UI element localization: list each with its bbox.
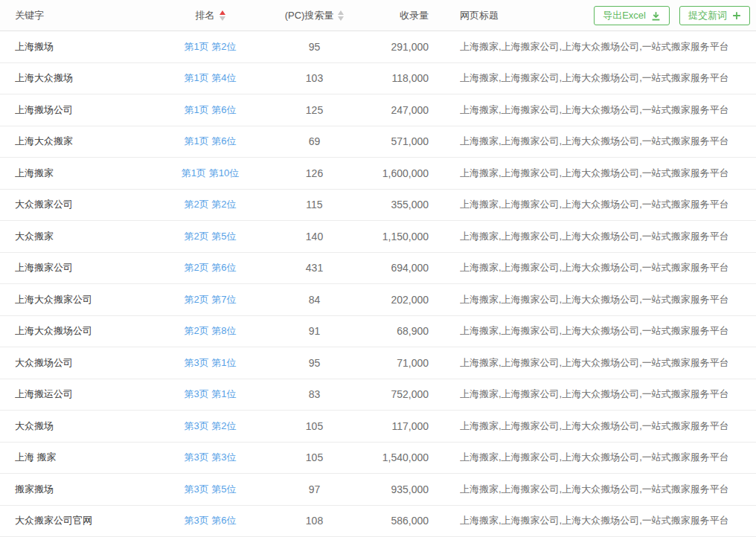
table-body: 上海搬场 第1页 第2位 95 291,000 上海搬家,上海搬家公司,上海大众… [0, 31, 756, 537]
rank-link[interactable]: 第3页 第5位 [184, 483, 236, 496]
search-volume-value: 125 [272, 104, 357, 116]
keyword-text: 上海搬家 [15, 167, 54, 180]
indexed-cell: 355,000 [357, 190, 446, 221]
page-title-text: 上海搬家,上海搬家公司,上海大众搬场公司,一站式搬家服务平台 [460, 261, 729, 274]
search-volume-value: 431 [272, 262, 357, 274]
sort-desc-icon[interactable] [338, 16, 344, 21]
column-header-page-title-label: 网页标题 [460, 9, 499, 22]
search-volume-value: 115 [272, 199, 357, 210]
table-row: 上海搬运公司 第3页 第1位 83 752,000 上海搬家,上海搬家公司,上海… [0, 379, 756, 411]
table-row: 大众搬家公司官网 第3页 第6位 108 586,000 上海搬家,上海搬家公司… [0, 506, 756, 537]
page-title-text: 上海搬家,上海搬家公司,上海大众搬场公司,一站式搬家服务平台 [460, 40, 729, 54]
indexed-value: 1,600,000 [357, 167, 429, 179]
keyword-text: 大众搬场 [15, 419, 54, 433]
table-row: 上海搬家 第1页 第10位 126 1,600,000 上海搬家,上海搬家公司,… [0, 158, 756, 190]
keyword-cell: 大众搬家公司 [0, 190, 149, 221]
rank-cell: 第2页 第6位 [149, 253, 272, 284]
rank-link[interactable]: 第1页 第4位 [184, 71, 236, 85]
keyword-text: 上海搬场公司 [15, 103, 73, 117]
indexed-cell: 71,000 [357, 347, 446, 379]
keyword-text: 上海大众搬家公司 [15, 293, 92, 306]
page-title-cell: 上海搬家,上海搬家公司,上海大众搬场公司,一站式搬家服务平台 [446, 158, 756, 189]
search-volume-value: 84 [272, 294, 357, 306]
table-row: 搬家搬场 第3页 第5位 97 935,000 上海搬家,上海搬家公司,上海大众… [0, 474, 756, 506]
rank-link[interactable]: 第3页 第1位 [184, 356, 236, 370]
rank-link[interactable]: 第2页 第6位 [184, 261, 236, 274]
keyword-cell: 上海搬家 [0, 158, 149, 189]
search-volume-cell: 83 [272, 379, 357, 411]
page-title-text: 上海搬家,上海搬家公司,上海大众搬场公司,一站式搬家服务平台 [460, 388, 729, 401]
rank-link[interactable]: 第2页 第5位 [184, 230, 236, 243]
indexed-value: 1,540,000 [357, 451, 429, 463]
rank-cell: 第1页 第4位 [149, 63, 272, 94]
table-header-row: 关键字 排名 (PC)搜索量 收录量 网页标题 导出Excel [0, 0, 756, 31]
rank-link[interactable]: 第1页 第10位 [182, 167, 239, 180]
rank-link[interactable]: 第1页 第6位 [184, 135, 236, 148]
rank-link[interactable]: 第1页 第2位 [184, 40, 236, 54]
rank-cell: 第2页 第8位 [149, 316, 272, 347]
search-volume-cell: 431 [272, 253, 357, 284]
keyword-cell: 上海 搬家 [0, 443, 149, 474]
rank-link[interactable]: 第1页 第6位 [184, 103, 236, 117]
search-volume-cell: 103 [272, 63, 357, 94]
rank-link[interactable]: 第2页 第2位 [184, 198, 236, 211]
table-row: 大众搬家 第2页 第5位 140 1,150,000 上海搬家,上海搬家公司,上… [0, 221, 756, 253]
rank-cell: 第1页 第10位 [149, 158, 272, 189]
rank-cell: 第2页 第2位 [149, 190, 272, 221]
keyword-text: 上海搬运公司 [15, 388, 73, 401]
column-header-indexed-label: 收录量 [400, 9, 429, 22]
keyword-cell: 上海搬家公司 [0, 253, 149, 284]
sort-asc-icon[interactable] [338, 10, 344, 15]
indexed-cell: 752,000 [357, 379, 446, 411]
keyword-text: 大众搬场公司 [15, 356, 73, 370]
page-title-text: 上海搬家,上海搬家公司,上海大众搬场公司,一站式搬家服务平台 [460, 356, 729, 370]
rank-link[interactable]: 第3页 第6位 [184, 514, 236, 527]
rank-link[interactable]: 第3页 第1位 [184, 388, 236, 401]
keyword-text: 上海搬场 [15, 40, 54, 54]
sort-desc-icon[interactable] [220, 16, 225, 21]
table-row: 上海大众搬家 第1页 第6位 69 571,000 上海搬家,上海搬家公司,上海… [0, 126, 756, 158]
search-volume-cell: 91 [272, 316, 357, 347]
column-header-rank[interactable]: 排名 [149, 9, 272, 22]
sort-asc-icon[interactable] [220, 10, 225, 15]
search-volume-value: 69 [272, 135, 357, 147]
keyword-cell: 大众搬场 [0, 411, 149, 442]
rank-link[interactable]: 第3页 第3位 [184, 451, 236, 464]
keyword-text: 上海搬家公司 [15, 261, 73, 274]
keyword-text: 上海大众搬场公司 [15, 324, 92, 338]
rank-link[interactable]: 第2页 第7位 [184, 293, 236, 306]
page-title-text: 上海搬家,上海搬家公司,上海大众搬场公司,一站式搬家服务平台 [460, 103, 729, 117]
search-volume-value: 95 [272, 41, 357, 53]
rank-link[interactable]: 第2页 第8位 [184, 324, 236, 338]
indexed-value: 355,000 [357, 199, 429, 210]
page-title-text: 上海搬家,上海搬家公司,上海大众搬场公司,一站式搬家服务平台 [460, 167, 729, 180]
column-header-search-volume[interactable]: (PC)搜索量 [272, 9, 357, 22]
table-row: 上海搬家公司 第2页 第6位 431 694,000 上海搬家,上海搬家公司,上… [0, 253, 756, 285]
page-title-text: 上海搬家,上海搬家公司,上海大众搬场公司,一站式搬家服务平台 [460, 324, 729, 338]
rank-cell: 第3页 第3位 [149, 443, 272, 474]
export-excel-button[interactable]: 导出Excel [594, 6, 670, 25]
keyword-cell: 上海搬场公司 [0, 94, 149, 126]
indexed-value: 935,000 [357, 483, 429, 495]
table-row: 上海 搬家 第3页 第3位 105 1,540,000 上海搬家,上海搬家公司,… [0, 443, 756, 475]
submit-new-words-button[interactable]: 提交新词 [679, 6, 750, 25]
rank-cell: 第1页 第2位 [149, 31, 272, 62]
search-volume-cell: 95 [272, 347, 357, 379]
indexed-value: 694,000 [357, 262, 429, 274]
keyword-cell: 上海大众搬场 [0, 63, 149, 94]
column-header-search-volume-label: (PC)搜索量 [285, 9, 334, 22]
page-title-text: 上海搬家,上海搬家公司,上海大众搬场公司,一站式搬家服务平台 [460, 451, 729, 464]
keyword-cell: 大众搬场公司 [0, 347, 149, 379]
page-title-cell: 上海搬家,上海搬家公司,上海大众搬场公司,一站式搬家服务平台 [446, 221, 756, 252]
keyword-cell: 上海大众搬家 [0, 126, 149, 158]
page-title-cell: 上海搬家,上海搬家公司,上海大众搬场公司,一站式搬家服务平台 [446, 31, 756, 62]
page-title-cell: 上海搬家,上海搬家公司,上海大众搬场公司,一站式搬家服务平台 [446, 474, 756, 505]
rank-link[interactable]: 第3页 第2位 [184, 419, 236, 433]
keyword-cell: 搬家搬场 [0, 474, 149, 505]
page-title-cell: 上海搬家,上海搬家公司,上海大众搬场公司,一站式搬家服务平台 [446, 126, 756, 158]
search-volume-cell: 95 [272, 31, 357, 62]
page-title-cell: 上海搬家,上海搬家公司,上海大众搬场公司,一站式搬家服务平台 [446, 253, 756, 284]
indexed-value: 247,000 [357, 104, 429, 116]
search-volume-value: 95 [272, 357, 357, 369]
search-volume-cell: 140 [272, 221, 357, 252]
